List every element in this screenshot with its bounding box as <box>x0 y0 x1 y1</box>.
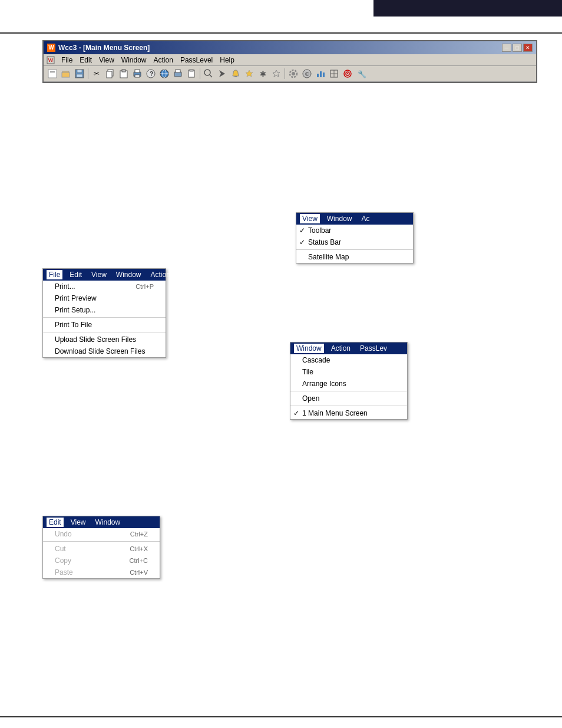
svg-text:✱: ✱ <box>260 70 266 78</box>
window-menu-tile[interactable]: Tile <box>290 366 407 378</box>
window-menu-cascade[interactable]: Cascade <box>290 354 407 366</box>
close-button[interactable]: ✕ <box>523 44 533 52</box>
toolbar-new[interactable] <box>46 67 59 80</box>
file-menu-tab-action[interactable]: Action <box>148 270 173 279</box>
menu-window[interactable]: Window <box>118 55 150 65</box>
file-menu-tab-view[interactable]: View <box>89 270 109 279</box>
edit-menu-tab-edit[interactable]: Edit <box>47 518 64 527</box>
toolbar-bell[interactable] <box>229 67 242 80</box>
svg-rect-17 <box>135 75 140 77</box>
file-menu-tab-edit[interactable]: Edit <box>67 270 84 279</box>
view-menu-sep <box>296 249 413 250</box>
svg-marker-33 <box>273 70 280 77</box>
window-menu-arrange[interactable]: Arrange Icons <box>290 378 407 390</box>
window-menu-tab-passlev[interactable]: PassLev <box>358 344 389 353</box>
toolbar-globe[interactable] <box>158 67 171 80</box>
menu-bar: W File Edit View Window Action PassLevel… <box>44 54 536 66</box>
menu-passlevel[interactable]: PassLevel <box>177 55 216 65</box>
file-menu-dropdown: File Edit View Window Action Print... Ct… <box>42 268 166 358</box>
toolbar-star[interactable] <box>243 67 256 80</box>
toolbar-save[interactable] <box>73 67 86 80</box>
toolbar-chart[interactable] <box>314 67 327 80</box>
view-menu-tab-window[interactable]: Window <box>325 214 355 223</box>
bottom-rule <box>0 716 562 717</box>
svg-text:🔧: 🔧 <box>358 70 366 78</box>
toolbar-search[interactable] <box>202 67 215 80</box>
toolbar-cut[interactable]: ✂ <box>90 67 103 80</box>
toolbar-arrow[interactable] <box>216 67 229 80</box>
view-menu-tab-view[interactable]: View <box>300 214 320 223</box>
svg-rect-9 <box>77 74 82 77</box>
view-menu-header: View Window Ac <box>296 213 413 225</box>
toolbar-print2[interactable] <box>171 67 184 80</box>
edit-menu-tab-view[interactable]: View <box>68 518 88 527</box>
file-menu-print-to-file[interactable]: Print To File <box>43 319 166 331</box>
minimize-button[interactable]: ─ <box>502 44 511 52</box>
toolbar-copyright[interactable]: © <box>300 67 313 80</box>
toolbar-paste[interactable] <box>117 67 130 80</box>
svg-text:©: © <box>305 71 309 77</box>
edit-menu-tab-window[interactable]: Window <box>92 518 123 527</box>
file-menu-print-setup[interactable]: Print Setup... <box>43 304 166 316</box>
toolbar-sep-2 <box>200 68 200 79</box>
toolbar-help[interactable]: ? <box>144 67 157 80</box>
file-menu-print[interactable]: Print... Ctrl+P <box>43 281 166 292</box>
toolbar-settings[interactable] <box>287 67 300 80</box>
toolbar-open[interactable] <box>59 67 72 80</box>
edit-menu-undo[interactable]: Undo Ctrl+Z <box>43 528 160 540</box>
toolbar-asterisk[interactable]: ✱ <box>256 67 269 80</box>
window-menu-tab-action[interactable]: Action <box>329 344 353 353</box>
window-menu-tab-window[interactable]: Window <box>294 344 324 353</box>
view-menu-toolbar[interactable]: Toolbar <box>296 225 413 236</box>
toolbar-target[interactable] <box>341 67 354 80</box>
edit-menu-paste[interactable]: Paste Ctrl+V <box>43 566 160 578</box>
file-menu-upload[interactable]: Upload Slide Screen Files <box>43 334 166 345</box>
toolbar-print[interactable] <box>131 67 144 80</box>
toolbar-clipboard[interactable] <box>185 67 198 80</box>
file-menu-header: File Edit View Window Action <box>43 269 166 281</box>
view-menu-satellite[interactable]: Satellite Map <box>296 251 413 263</box>
toolbar-copy[interactable] <box>104 67 117 80</box>
svg-rect-12 <box>107 71 112 78</box>
toolbar-wrench[interactable]: 🔧 <box>355 67 368 80</box>
menu-action[interactable]: Action <box>150 55 177 65</box>
file-menu-download[interactable]: Download Slide Screen Files <box>43 345 166 357</box>
window-menu-dropdown: Window Action PassLev Cascade Tile Arran… <box>290 342 408 420</box>
svg-rect-39 <box>320 71 322 77</box>
file-menu-print-preview[interactable]: Print Preview <box>43 292 166 304</box>
top-bar <box>373 0 562 17</box>
file-menu-tab-window[interactable]: Window <box>114 270 144 279</box>
edit-menu-dropdown: Edit View Window Undo Ctrl+Z Cut Ctrl+X … <box>42 516 160 579</box>
svg-point-27 <box>204 70 210 75</box>
svg-point-46 <box>347 73 348 74</box>
toolbar-star2[interactable] <box>270 67 283 80</box>
svg-rect-14 <box>122 70 125 72</box>
edit-menu-copy[interactable]: Copy Ctrl+C <box>43 555 160 566</box>
menu-icon: W <box>46 55 55 65</box>
svg-text:✂: ✂ <box>94 70 100 78</box>
title-bar-left: W Wcc3 - [Main Menu Screen] <box>47 44 150 52</box>
menu-view[interactable]: View <box>95 55 118 65</box>
menu-file[interactable]: File <box>58 55 76 65</box>
window-menu-main[interactable]: 1 Main Menu Screen <box>290 407 407 419</box>
title-bar: W Wcc3 - [Main Menu Screen] ─ □ ✕ <box>44 41 536 54</box>
edit-menu-header: Edit View Window <box>43 516 160 528</box>
svg-text:W: W <box>48 57 54 63</box>
toolbar-sep-1 <box>88 68 88 79</box>
window-menu-open[interactable]: Open <box>290 393 407 404</box>
file-menu-sep1 <box>43 317 166 318</box>
svg-rect-16 <box>135 70 140 73</box>
menu-edit[interactable]: Edit <box>76 55 95 65</box>
menu-help[interactable]: Help <box>216 55 238 65</box>
view-menu-tab-ac[interactable]: Ac <box>359 214 372 223</box>
toolbar-grid[interactable] <box>328 67 340 80</box>
restore-button[interactable]: □ <box>513 44 522 52</box>
file-menu-tab-file[interactable]: File <box>47 270 62 279</box>
edit-menu-cut[interactable]: Cut Ctrl+X <box>43 543 160 555</box>
view-menu-statusbar[interactable]: Status Bar <box>296 236 413 248</box>
toolbar: ✂ ? <box>44 66 536 82</box>
svg-rect-26 <box>190 70 193 71</box>
view-menu-dropdown: View Window Ac Toolbar Status Bar Satell… <box>296 212 414 263</box>
svg-rect-3 <box>48 70 57 78</box>
svg-rect-38 <box>317 74 319 77</box>
